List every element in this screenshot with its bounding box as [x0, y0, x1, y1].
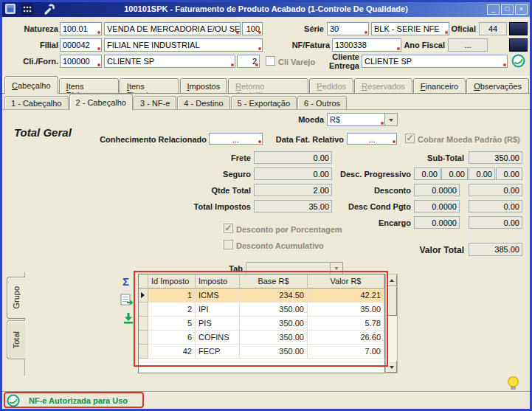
serie-lookup-button[interactable] — [509, 22, 528, 35]
main-tab[interactable]: Itens Físicos — [59, 78, 119, 94]
cell-base: 350.00 — [240, 317, 308, 331]
side-tab-total[interactable]: Total — [7, 320, 25, 359]
current-row-marker — [139, 317, 148, 331]
arrow-down-icon — [390, 366, 394, 371]
cli-forn-desc-field[interactable]: CLIENTE SP — [104, 55, 235, 68]
export-grid-icon[interactable] — [120, 293, 134, 306]
cli-varejo-checkbox[interactable] — [266, 56, 275, 66]
conhecimento-field[interactable]: ... — [209, 133, 263, 145]
main-tab[interactable]: Pedidos — [309, 78, 353, 94]
side-tab-total-label: Total — [12, 331, 21, 348]
close-button[interactable]: × — [515, 4, 528, 15]
sub-tab-label: 6 - Outros — [304, 99, 340, 108]
qtde-total-label: Qtde Total — [170, 186, 251, 195]
filial-desc-field[interactable]: FILIAL NFE INDUSTRIAL — [104, 38, 263, 52]
cli-forn-loja-field[interactable]: 2 — [237, 55, 260, 68]
main-tab[interactable]: Retorno Simbólico — [228, 78, 308, 94]
cell-imposto: ICMS — [196, 289, 240, 303]
sub-tab[interactable]: 5 - Exportação — [231, 96, 297, 110]
table-scrollbar[interactable] — [385, 274, 398, 373]
moeda-dropdown-button[interactable] — [385, 113, 398, 126]
main-tab[interactable]: Impostos — [180, 78, 228, 94]
scrollbar-thumb[interactable] — [386, 286, 397, 316]
main-tab[interactable]: Itens Fiscais — [120, 78, 179, 94]
desc-cond-pgto-valor-field: 0.00 — [469, 200, 522, 213]
cell-base: 350.00 — [240, 345, 308, 359]
main-tab[interactable]: Cabeçalho — [4, 76, 58, 94]
lightbulb-icon[interactable] — [507, 376, 519, 391]
desc-cond-pgto-label: Desc Cond Pgto — [331, 202, 411, 211]
natureza-desc-field[interactable]: VENDA DE MERCADORIA E/OU SERVI — [104, 22, 241, 35]
wrench-icon[interactable] — [44, 4, 55, 15]
impostos-table-row[interactable]: 1 ICMS 234.50 42.21 — [139, 289, 384, 303]
cell-base: 234.50 — [240, 289, 308, 303]
sub-tab-label: 1 - Cabeçalho — [11, 99, 62, 108]
cobrar-moeda-checkbox — [405, 134, 415, 143]
sub-tab[interactable]: 3 - NF-e — [134, 96, 176, 110]
serie-code-field[interactable]: 30 — [327, 22, 369, 35]
side-tab-grupo[interactable]: Grupo — [7, 277, 25, 319]
moeda-combobox[interactable]: R$ — [327, 113, 398, 126]
cli-varejo-label: Cli Varejo — [278, 58, 315, 66]
impostos-table-row[interactable]: 2 IPI 350.00 35.00 — [139, 303, 384, 317]
main-tab[interactable]: Financeiro — [413, 78, 466, 94]
nf-fatura-label: NF/Fatura — [286, 41, 330, 49]
scroll-up-button[interactable] — [386, 274, 397, 286]
total-impostos-label: Total Impostos — [170, 202, 251, 211]
impostos-table-row[interactable]: 6 COFINS 350.00 26.60 — [139, 331, 384, 345]
cli-forn-label: Cli./Forn. — [2, 57, 58, 66]
cliente-entrega-field[interactable]: CLIENTE SP — [362, 55, 508, 68]
filial-code-field[interactable]: 000042 — [60, 38, 102, 52]
main-tab-bar: Cabeçalho Itens Físicos Itens Fiscais Im… — [2, 76, 530, 94]
desconto-porcentagem-checkbox — [224, 224, 233, 233]
current-row-marker — [139, 289, 148, 303]
col-header-base[interactable]: Base R$ — [240, 274, 308, 289]
desconto-pct-field: 0.0000 — [414, 184, 460, 196]
cell-imposto: COFINS — [196, 331, 240, 345]
main-tab[interactable]: Reservados — [354, 78, 412, 94]
ano-fiscal-label: Ano Fiscal — [401, 41, 445, 49]
encargo-valor-field: 0.00 — [469, 216, 522, 229]
sub-tab[interactable]: 1 - Cabeçalho — [4, 96, 69, 110]
totvs-icon[interactable] — [511, 54, 525, 68]
impostos-table-row[interactable]: 42 FECP 350.00 7.00 — [139, 345, 384, 359]
main-tab[interactable]: Observações — [466, 78, 529, 94]
col-header-imposto[interactable]: Imposto — [196, 274, 240, 289]
modules-icon[interactable] — [21, 4, 33, 15]
cell-imposto: PIS — [196, 317, 240, 331]
encargo-label: Encargo — [331, 218, 411, 227]
data-fat-field[interactable]: ... — [347, 133, 397, 145]
cell-base: 350.00 — [240, 331, 308, 345]
nf-fatura-field[interactable]: 1300338 — [332, 38, 401, 52]
cell-imposto: IPI — [196, 303, 240, 317]
cell-id-imposto: 5 — [148, 317, 196, 331]
natureza-code-field[interactable]: 100.01 — [60, 22, 102, 35]
scroll-down-button[interactable] — [386, 361, 397, 373]
nf-lookup-button[interactable] — [509, 38, 528, 52]
impostos-table: Id Imposto Imposto Base R$ Valor R$ 1 IC… — [138, 274, 385, 373]
cli-forn-code-field[interactable]: 100000 — [60, 55, 102, 68]
col-header-id-imposto[interactable]: Id Imposto — [148, 274, 196, 289]
desconto-porcentagem-label: Desconto por Porcentagem — [236, 225, 342, 234]
serie-label: Série — [291, 24, 324, 33]
impostos-table-row[interactable]: 5 PIS 350.00 5.78 — [139, 317, 384, 331]
col-header-valor[interactable]: Valor R$ — [308, 274, 384, 289]
sub-tab[interactable]: 2 - Cabeçalho — [69, 94, 134, 110]
scrollbar-track[interactable] — [386, 316, 397, 361]
natureza-extra-field[interactable]: 100 — [242, 22, 263, 35]
sub-tab[interactable]: 6 - Outros — [297, 96, 347, 110]
minimize-button[interactable]: _ — [487, 4, 500, 15]
maximize-button[interactable]: □ — [501, 4, 514, 15]
sum-icon[interactable]: Σ — [122, 276, 129, 287]
tab-combobox — [246, 262, 343, 274]
download-arrow-icon[interactable] — [122, 312, 134, 324]
cell-valor: 35.00 — [308, 303, 384, 317]
desconto-valor-field: 0.00 — [469, 184, 522, 196]
conhecimento-label: Conhecimento Relacionado — [100, 135, 207, 144]
moeda-label: Moeda — [291, 115, 324, 124]
tab-dropdown-button — [331, 262, 343, 274]
serie-desc-field[interactable]: BLK - SERIE NFE — [371, 22, 449, 35]
sub-tab[interactable]: 4 - Destino — [177, 96, 229, 110]
ano-fiscal-field: ... — [448, 38, 488, 52]
application-window: 100101SPK - Faturamento de Produto Acaba… — [0, 0, 532, 411]
